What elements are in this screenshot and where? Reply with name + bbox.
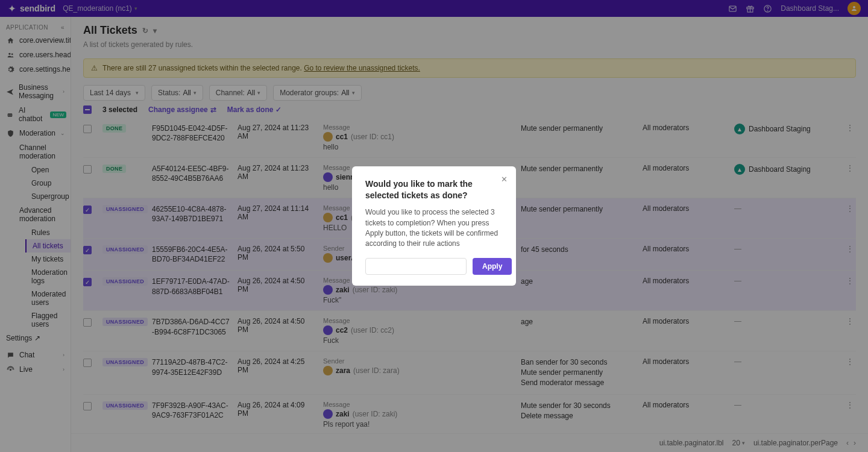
modal-input[interactable]	[365, 258, 467, 275]
modal-title: Would you like to mark the selected tick…	[365, 178, 503, 201]
modal-body: Would you like to process the selected 3…	[365, 207, 503, 250]
close-icon[interactable]: ✕	[501, 175, 508, 184]
modal-overlay[interactable]: ✕ Would you like to mark the selected ti…	[0, 0, 868, 452]
confirm-modal: ✕ Would you like to mark the selected ti…	[352, 166, 516, 285]
apply-button[interactable]: Apply	[473, 258, 512, 275]
